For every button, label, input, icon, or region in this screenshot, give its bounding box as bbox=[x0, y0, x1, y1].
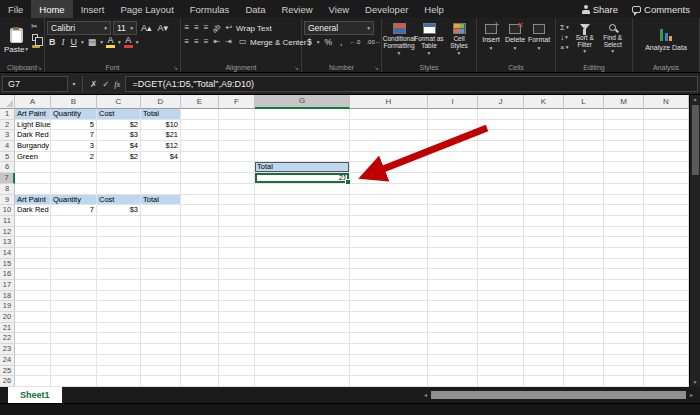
cell-M24[interactable] bbox=[604, 355, 644, 366]
cell-C9[interactable]: Cost bbox=[97, 195, 141, 206]
merge-center-button[interactable]: ▭ Merge & Center ▾ bbox=[235, 37, 311, 47]
cell-A17[interactable] bbox=[15, 280, 51, 291]
cell-A6[interactable] bbox=[15, 162, 51, 173]
row-header-15[interactable]: 15 bbox=[0, 259, 15, 270]
cell-G10[interactable] bbox=[255, 205, 350, 216]
cell-C26[interactable] bbox=[97, 376, 141, 387]
cell-J17[interactable] bbox=[478, 280, 524, 291]
cell-D23[interactable] bbox=[141, 344, 181, 355]
cell-D24[interactable] bbox=[141, 355, 181, 366]
cell-J10[interactable] bbox=[478, 205, 524, 216]
cell-N25[interactable] bbox=[644, 366, 689, 377]
cell-M19[interactable] bbox=[604, 301, 644, 312]
cell-H15[interactable] bbox=[350, 259, 428, 270]
cell-H21[interactable] bbox=[350, 323, 428, 334]
row-header-14[interactable]: 14 bbox=[0, 248, 15, 259]
cell-A2[interactable]: Light Blue bbox=[15, 120, 51, 131]
cell-F11[interactable] bbox=[219, 216, 255, 227]
autosum-button[interactable]: Σ▾ bbox=[560, 23, 569, 32]
cell-I9[interactable] bbox=[428, 195, 478, 206]
increase-font-size-icon[interactable]: A▴ bbox=[139, 22, 154, 34]
cell-D4[interactable]: $12 bbox=[141, 141, 181, 152]
cell-B12[interactable] bbox=[51, 227, 97, 238]
ribbon-tab-insert[interactable]: Insert bbox=[73, 0, 113, 18]
cell-K14[interactable] bbox=[524, 248, 564, 259]
cell-E12[interactable] bbox=[181, 227, 219, 238]
cell-A11[interactable] bbox=[15, 216, 51, 227]
cell-K5[interactable] bbox=[524, 152, 564, 163]
insert-cells-button[interactable]: Insert ▾ bbox=[479, 21, 503, 60]
cell-A25[interactable] bbox=[15, 366, 51, 377]
row-header-1[interactable]: 1 bbox=[0, 109, 15, 120]
row-header-4[interactable]: 4 bbox=[0, 141, 15, 152]
cell-N26[interactable] bbox=[644, 376, 689, 387]
cell-J20[interactable] bbox=[478, 312, 524, 323]
cell-F25[interactable] bbox=[219, 366, 255, 377]
cell-B2[interactable]: 5 bbox=[51, 120, 97, 131]
bold-button[interactable]: B bbox=[47, 36, 58, 48]
ribbon-tab-page-layout[interactable]: Page Layout bbox=[112, 0, 181, 18]
cell-I23[interactable] bbox=[428, 344, 478, 355]
percent-style-icon[interactable]: % bbox=[322, 37, 336, 47]
cell-D6[interactable] bbox=[141, 162, 181, 173]
cell-F20[interactable] bbox=[219, 312, 255, 323]
ribbon-tab-help[interactable]: Help bbox=[416, 0, 452, 18]
cell-H16[interactable] bbox=[350, 269, 428, 280]
cell-N19[interactable] bbox=[644, 301, 689, 312]
cell-F15[interactable] bbox=[219, 259, 255, 270]
row-header-3[interactable]: 3 bbox=[0, 130, 15, 141]
cell-I6[interactable] bbox=[428, 162, 478, 173]
fill-button[interactable]: ↓▾ bbox=[560, 33, 569, 42]
cell-M1[interactable] bbox=[604, 109, 644, 120]
cell-M17[interactable] bbox=[604, 280, 644, 291]
cell-B25[interactable] bbox=[51, 366, 97, 377]
cell-G1[interactable] bbox=[255, 109, 350, 120]
cell-M3[interactable] bbox=[604, 130, 644, 141]
font-name-select[interactable]: Calibri▾ bbox=[47, 21, 111, 35]
cell-A3[interactable]: Dark Red bbox=[15, 130, 51, 141]
cell-F6[interactable] bbox=[219, 162, 255, 173]
cell-L3[interactable] bbox=[564, 130, 604, 141]
cell-J7[interactable] bbox=[478, 173, 524, 184]
cell-F24[interactable] bbox=[219, 355, 255, 366]
cell-L23[interactable] bbox=[564, 344, 604, 355]
row-header-25[interactable]: 25 bbox=[0, 366, 15, 377]
select-all-corner[interactable] bbox=[0, 95, 15, 109]
cell-L10[interactable] bbox=[564, 205, 604, 216]
cell-G6[interactable]: Total bbox=[255, 162, 350, 173]
cell-M6[interactable] bbox=[604, 162, 644, 173]
cell-H23[interactable] bbox=[350, 344, 428, 355]
cell-K24[interactable] bbox=[524, 355, 564, 366]
cell-H17[interactable] bbox=[350, 280, 428, 291]
cell-K9[interactable] bbox=[524, 195, 564, 206]
cell-K16[interactable] bbox=[524, 269, 564, 280]
cell-K15[interactable] bbox=[524, 259, 564, 270]
cell-F7[interactable] bbox=[219, 173, 255, 184]
cell-K8[interactable] bbox=[524, 184, 564, 195]
borders-caret-icon[interactable]: ▾ bbox=[100, 39, 103, 45]
ribbon-tab-developer[interactable]: Developer bbox=[357, 0, 416, 18]
cell-I20[interactable] bbox=[428, 312, 478, 323]
clear-button[interactable]: ×▾ bbox=[560, 43, 569, 52]
cell-H24[interactable] bbox=[350, 355, 428, 366]
cell-D15[interactable] bbox=[141, 259, 181, 270]
cell-M15[interactable] bbox=[604, 259, 644, 270]
cell-I2[interactable] bbox=[428, 120, 478, 131]
cell-M26[interactable] bbox=[604, 376, 644, 387]
cell-C1[interactable]: Cost bbox=[97, 109, 141, 120]
cell-F9[interactable] bbox=[219, 195, 255, 206]
underline-button[interactable]: U bbox=[69, 36, 80, 48]
cell-D16[interactable] bbox=[141, 269, 181, 280]
cell-C5[interactable]: $2 bbox=[97, 152, 141, 163]
column-header-K[interactable]: K bbox=[524, 95, 564, 109]
cell-E16[interactable] bbox=[181, 269, 219, 280]
cell-D2[interactable]: $10 bbox=[141, 120, 181, 131]
cell-D5[interactable]: $4 bbox=[141, 152, 181, 163]
cell-M10[interactable] bbox=[604, 205, 644, 216]
cell-B10[interactable]: 7 bbox=[51, 205, 97, 216]
cell-H13[interactable] bbox=[350, 237, 428, 248]
cell-A9[interactable]: Art Paint bbox=[15, 195, 51, 206]
accounting-format-icon[interactable]: $ bbox=[304, 37, 315, 47]
cell-G11[interactable] bbox=[255, 216, 350, 227]
cell-K4[interactable] bbox=[524, 141, 564, 152]
